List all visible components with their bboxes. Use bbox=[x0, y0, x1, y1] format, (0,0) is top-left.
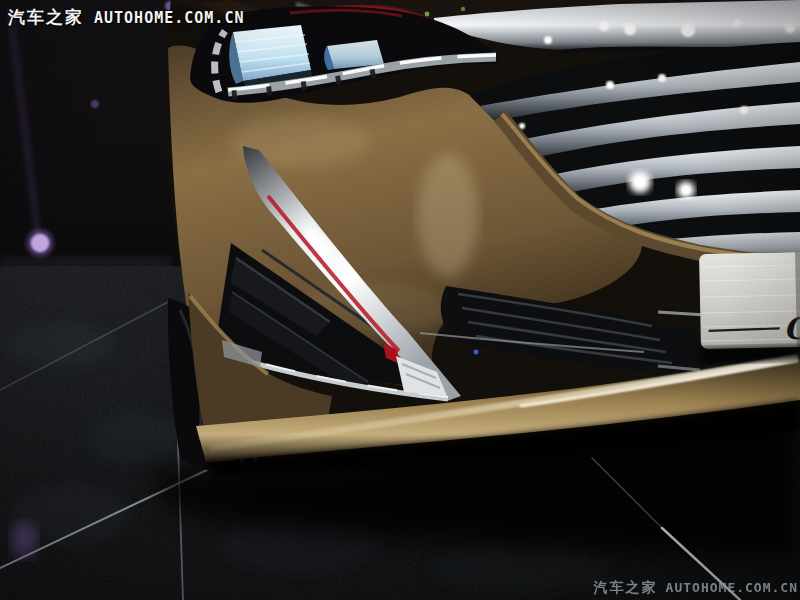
vignette bbox=[0, 0, 800, 600]
photo-canvas: C 汽车之家AUTOHOME.COM.CN 汽车之家AUTOHOME.COM.C… bbox=[0, 0, 800, 600]
car-photo-illustration: C bbox=[0, 0, 800, 600]
